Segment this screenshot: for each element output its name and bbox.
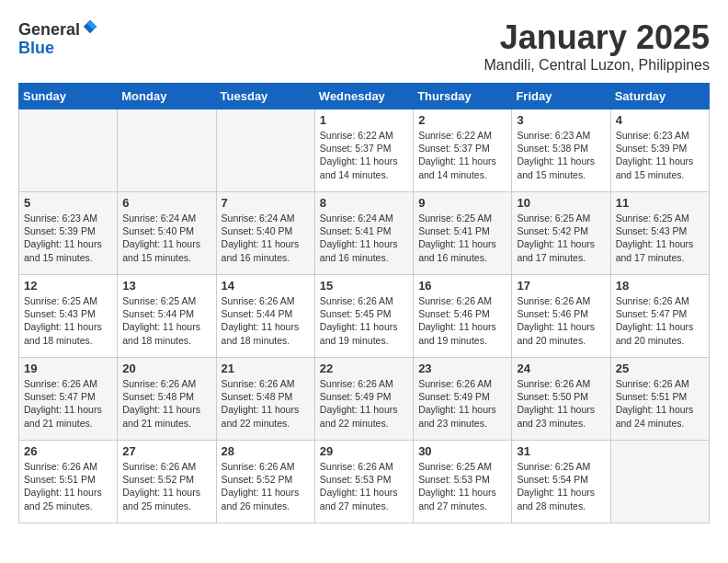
day-number: 10: [517, 196, 605, 210]
calendar-cell: 24Sunrise: 6:26 AM Sunset: 5:50 PM Dayli…: [512, 358, 610, 441]
calendar-cell: 13Sunrise: 6:25 AM Sunset: 5:44 PM Dayli…: [118, 275, 216, 358]
day-number: 18: [616, 279, 704, 293]
day-info: Sunrise: 6:26 AM Sunset: 5:45 PM Dayligh…: [320, 294, 408, 347]
day-info: Sunrise: 6:23 AM Sunset: 5:38 PM Dayligh…: [517, 129, 605, 181]
day-number: 29: [320, 444, 408, 458]
weekday-header-row: SundayMondayTuesdayWednesdayThursdayFrid…: [19, 84, 710, 109]
day-info: Sunrise: 6:26 AM Sunset: 5:49 PM Dayligh…: [418, 377, 506, 430]
day-info: Sunrise: 6:26 AM Sunset: 5:52 PM Dayligh…: [122, 460, 210, 512]
day-number: 17: [517, 279, 605, 293]
day-number: 12: [24, 279, 112, 293]
day-info: Sunrise: 6:26 AM Sunset: 5:44 PM Dayligh…: [222, 294, 310, 347]
calendar-cell: [19, 109, 118, 192]
calendar-cell: 26Sunrise: 6:26 AM Sunset: 5:51 PM Dayli…: [19, 441, 118, 523]
calendar-table: SundayMondayTuesdayWednesdayThursdayFrid…: [18, 83, 710, 523]
day-number: 27: [122, 444, 210, 458]
calendar-cell: 7Sunrise: 6:24 AM Sunset: 5:40 PM Daylig…: [216, 192, 314, 275]
calendar-cell: 31Sunrise: 6:25 AM Sunset: 5:54 PM Dayli…: [512, 441, 610, 523]
calendar-cell: 15Sunrise: 6:26 AM Sunset: 5:45 PM Dayli…: [314, 275, 413, 358]
calendar-cell: [610, 441, 709, 523]
calendar-cell: 22Sunrise: 6:26 AM Sunset: 5:49 PM Dayli…: [314, 358, 413, 441]
weekday-header-sunday: Sunday: [19, 84, 118, 109]
day-info: Sunrise: 6:26 AM Sunset: 5:48 PM Dayligh…: [222, 377, 310, 430]
weekday-header-tuesday: Tuesday: [216, 84, 314, 109]
day-number: 14: [222, 279, 310, 293]
day-info: Sunrise: 6:25 AM Sunset: 5:44 PM Dayligh…: [122, 294, 210, 347]
calendar-subtitle: Mandili, Central Luzon, Philippines: [484, 57, 710, 74]
calendar-cell: 14Sunrise: 6:26 AM Sunset: 5:44 PM Dayli…: [216, 275, 314, 358]
day-number: 23: [418, 362, 506, 375]
logo-icon: [82, 18, 98, 35]
calendar-cell: 6Sunrise: 6:24 AM Sunset: 5:40 PM Daylig…: [118, 192, 216, 275]
day-number: 20: [122, 362, 210, 375]
day-number: 22: [320, 362, 408, 375]
calendar-cell: 25Sunrise: 6:26 AM Sunset: 5:51 PM Dayli…: [610, 358, 709, 441]
day-number: 9: [418, 196, 506, 210]
calendar-week-row: 1Sunrise: 6:22 AM Sunset: 5:37 PM Daylig…: [19, 109, 710, 192]
weekday-header-wednesday: Wednesday: [314, 84, 413, 109]
day-number: 1: [320, 113, 408, 127]
weekday-header-friday: Friday: [512, 84, 610, 109]
day-number: 13: [122, 279, 210, 293]
calendar-cell: 16Sunrise: 6:26 AM Sunset: 5:46 PM Dayli…: [414, 275, 512, 358]
day-number: 19: [24, 362, 112, 375]
day-number: 5: [24, 196, 112, 210]
day-info: Sunrise: 6:26 AM Sunset: 5:51 PM Dayligh…: [616, 377, 704, 430]
day-info: Sunrise: 6:26 AM Sunset: 5:47 PM Dayligh…: [616, 294, 704, 347]
calendar-cell: 19Sunrise: 6:26 AM Sunset: 5:47 PM Dayli…: [19, 358, 118, 441]
day-info: Sunrise: 6:25 AM Sunset: 5:43 PM Dayligh…: [616, 212, 704, 264]
day-number: 11: [616, 196, 704, 210]
day-info: Sunrise: 6:24 AM Sunset: 5:40 PM Dayligh…: [222, 212, 310, 264]
day-number: 28: [222, 444, 310, 458]
day-info: Sunrise: 6:26 AM Sunset: 5:46 PM Dayligh…: [517, 294, 605, 347]
day-number: 21: [222, 362, 310, 375]
calendar-cell: 20Sunrise: 6:26 AM Sunset: 5:48 PM Dayli…: [118, 358, 216, 441]
calendar-week-row: 12Sunrise: 6:25 AM Sunset: 5:43 PM Dayli…: [19, 275, 710, 358]
day-info: Sunrise: 6:26 AM Sunset: 5:47 PM Dayligh…: [24, 377, 112, 430]
day-number: 3: [517, 113, 605, 127]
calendar-cell: 10Sunrise: 6:25 AM Sunset: 5:42 PM Dayli…: [512, 192, 610, 275]
calendar-cell: [216, 109, 314, 192]
calendar-cell: 2Sunrise: 6:22 AM Sunset: 5:37 PM Daylig…: [414, 109, 512, 192]
calendar-week-row: 19Sunrise: 6:26 AM Sunset: 5:47 PM Dayli…: [19, 358, 710, 441]
title-area: January 2025 Mandili, Central Luzon, Phi…: [484, 18, 710, 74]
day-info: Sunrise: 6:24 AM Sunset: 5:41 PM Dayligh…: [320, 212, 408, 264]
day-info: Sunrise: 6:26 AM Sunset: 5:52 PM Dayligh…: [222, 460, 310, 512]
day-number: 2: [418, 113, 506, 127]
day-info: Sunrise: 6:23 AM Sunset: 5:39 PM Dayligh…: [616, 129, 704, 181]
calendar-cell: 4Sunrise: 6:23 AM Sunset: 5:39 PM Daylig…: [610, 109, 709, 192]
day-info: Sunrise: 6:24 AM Sunset: 5:40 PM Dayligh…: [122, 212, 210, 264]
weekday-header-thursday: Thursday: [414, 84, 512, 109]
day-info: Sunrise: 6:25 AM Sunset: 5:43 PM Dayligh…: [24, 294, 112, 347]
day-info: Sunrise: 6:26 AM Sunset: 5:53 PM Dayligh…: [320, 460, 408, 512]
day-info: Sunrise: 6:22 AM Sunset: 5:37 PM Dayligh…: [418, 129, 506, 181]
calendar-cell: 28Sunrise: 6:26 AM Sunset: 5:52 PM Dayli…: [216, 441, 314, 523]
day-number: 8: [320, 196, 408, 210]
calendar-cell: 18Sunrise: 6:26 AM Sunset: 5:47 PM Dayli…: [610, 275, 709, 358]
calendar-cell: 5Sunrise: 6:23 AM Sunset: 5:39 PM Daylig…: [19, 192, 118, 275]
calendar-week-row: 26Sunrise: 6:26 AM Sunset: 5:51 PM Dayli…: [19, 441, 710, 523]
calendar-cell: 30Sunrise: 6:25 AM Sunset: 5:53 PM Dayli…: [414, 441, 512, 523]
day-info: Sunrise: 6:25 AM Sunset: 5:42 PM Dayligh…: [517, 212, 605, 264]
day-info: Sunrise: 6:25 AM Sunset: 5:41 PM Dayligh…: [418, 212, 506, 264]
day-info: Sunrise: 6:23 AM Sunset: 5:39 PM Dayligh…: [24, 212, 112, 264]
calendar-cell: [118, 109, 216, 192]
calendar-title: January 2025: [484, 18, 710, 57]
day-number: 25: [616, 362, 704, 375]
calendar-cell: 8Sunrise: 6:24 AM Sunset: 5:41 PM Daylig…: [314, 192, 413, 275]
calendar-cell: 1Sunrise: 6:22 AM Sunset: 5:37 PM Daylig…: [314, 109, 413, 192]
calendar-cell: 12Sunrise: 6:25 AM Sunset: 5:43 PM Dayli…: [19, 275, 118, 358]
calendar-cell: 17Sunrise: 6:26 AM Sunset: 5:46 PM Dayli…: [512, 275, 610, 358]
day-info: Sunrise: 6:26 AM Sunset: 5:50 PM Dayligh…: [517, 377, 605, 430]
day-info: Sunrise: 6:25 AM Sunset: 5:53 PM Dayligh…: [418, 460, 506, 512]
logo-general-text: General: [18, 20, 80, 39]
calendar-cell: 23Sunrise: 6:26 AM Sunset: 5:49 PM Dayli…: [414, 358, 512, 441]
day-info: Sunrise: 6:26 AM Sunset: 5:46 PM Dayligh…: [418, 294, 506, 347]
day-number: 16: [418, 279, 506, 293]
calendar-cell: 11Sunrise: 6:25 AM Sunset: 5:43 PM Dayli…: [610, 192, 709, 275]
day-info: Sunrise: 6:22 AM Sunset: 5:37 PM Dayligh…: [320, 129, 408, 181]
logo-blue-text: Blue: [18, 39, 54, 57]
calendar-cell: 27Sunrise: 6:26 AM Sunset: 5:52 PM Dayli…: [118, 441, 216, 523]
day-number: 6: [122, 196, 210, 210]
weekday-header-monday: Monday: [118, 84, 216, 109]
